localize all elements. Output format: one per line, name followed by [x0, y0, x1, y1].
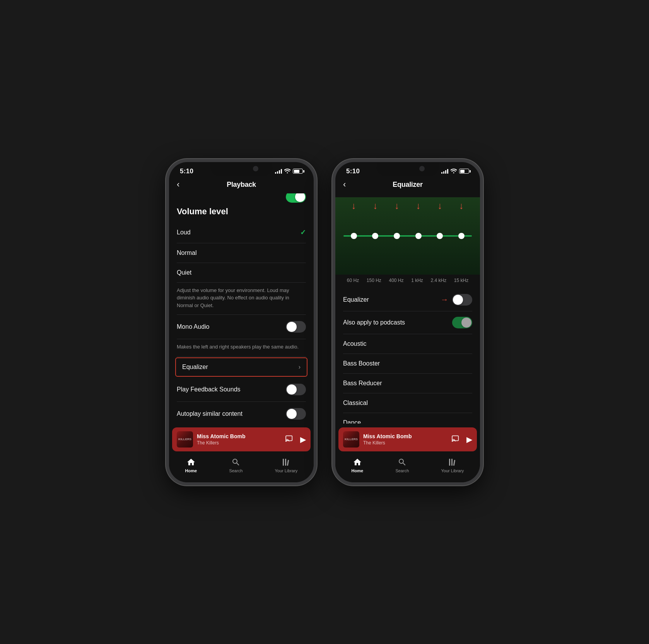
preset-classical[interactable]: Classical [343, 393, 472, 413]
search-label-right: Search [395, 468, 409, 473]
album-art-right: KILLERS [343, 431, 359, 448]
back-button-right[interactable]: ‹ [343, 179, 346, 190]
signal-bar-2 [277, 171, 278, 174]
equalizer-toggle-row: Equalizer → [343, 289, 472, 311]
preset-acoustic-label: Acoustic [343, 340, 366, 347]
now-playing-info-left: Miss Atomic Bomb The Killers [197, 433, 282, 446]
top-toggle[interactable] [286, 193, 306, 203]
cast-icon-left[interactable] [285, 435, 294, 444]
nav-header-left: ‹ Playback [169, 178, 314, 193]
eq-dot-400hz[interactable] [394, 233, 400, 239]
play-icon-left[interactable]: ▶ [300, 435, 306, 444]
preset-bass-reducer-label: Bass Reducer [343, 380, 382, 386]
preset-bass-booster-label: Bass Booster [343, 360, 380, 367]
search-icon-right [398, 458, 407, 467]
equalizer-chevron: › [299, 364, 301, 371]
eq-dot-60hz[interactable] [351, 233, 357, 239]
status-bar-right: 5:10 [335, 162, 480, 178]
now-playing-title-right: Miss Atomic Bomb [363, 433, 448, 439]
library-label-left: Your Library [275, 468, 297, 473]
now-playing-title-left: Miss Atomic Bomb [197, 433, 282, 439]
svg-rect-3 [285, 459, 286, 466]
camera-dot [253, 166, 258, 171]
eq-dot-150hz[interactable] [372, 233, 378, 239]
volume-option-quiet[interactable]: Quiet [177, 263, 306, 283]
eq-dot-1khz[interactable] [415, 233, 422, 239]
nav-header-right: ‹ Equalizer [335, 178, 480, 193]
volume-level-title: Volume level [177, 207, 306, 217]
mono-audio-toggle[interactable] [286, 321, 306, 333]
equalizer-toggle-with-arrow: → [441, 294, 472, 306]
back-button-left[interactable]: ‹ [177, 179, 179, 190]
now-playing-bar-left[interactable]: KILLERS Miss Atomic Bomb The Killers ▶ [172, 427, 311, 451]
search-icon-left [231, 458, 241, 467]
freq-label-15khz: 15 kHz [454, 278, 468, 283]
feedback-sounds-toggle[interactable] [286, 384, 306, 395]
podcasts-toggle[interactable] [452, 317, 472, 328]
autoplay-row: Autoplay similar content [177, 402, 306, 424]
eq-dots-container[interactable] [335, 233, 480, 239]
equalizer-toggle[interactable] [452, 294, 472, 306]
nav-home-left[interactable]: Home [185, 458, 197, 473]
nav-library-right[interactable]: Your Library [441, 458, 464, 473]
equalizer-toggle-label: Equalizer [343, 296, 369, 303]
eq-dot-15khz[interactable] [458, 233, 465, 239]
page-title-left: Playback [227, 181, 256, 189]
home-label-left: Home [185, 468, 197, 473]
library-icon-left [282, 458, 291, 467]
page-title-right: Equalizer [393, 181, 422, 189]
nav-search-left[interactable]: Search [229, 458, 243, 473]
volume-option-loud[interactable]: Loud ✓ [177, 222, 306, 243]
freq-label-1khz: 1 kHz [411, 278, 423, 283]
nav-search-right[interactable]: Search [395, 458, 409, 473]
status-time-right: 5:10 [346, 167, 360, 175]
cast-icon-right[interactable] [452, 435, 460, 444]
signal-bar-1 [275, 172, 276, 174]
equalizer-content: ↓ ↓ ↓ ↓ ↓ ↓ [335, 193, 480, 424]
autoplay-knob [287, 409, 297, 419]
wifi-icon-left [284, 168, 290, 174]
freq-label-400hz: 400 Hz [389, 278, 403, 283]
preset-classical-label: Classical [343, 400, 368, 406]
svg-rect-10 [453, 460, 456, 465]
now-playing-artist-right: The Killers [363, 440, 448, 446]
volume-description: Adjust the volume for your environment. … [177, 283, 306, 315]
mono-audio-label: Mono Audio [177, 323, 210, 330]
preset-bass-booster[interactable]: Bass Booster [343, 354, 472, 374]
freq-label-24khz: 2.4 kHz [430, 278, 446, 283]
signal-bar-r2 [443, 171, 444, 174]
check-icon-loud: ✓ [300, 228, 306, 237]
album-art-left: KILLERS [177, 431, 193, 448]
equalizer-row[interactable]: Equalizer › [175, 357, 307, 377]
eq-dot-24khz[interactable] [437, 233, 443, 239]
podcasts-toggle-knob [461, 318, 471, 328]
preset-acoustic[interactable]: Acoustic [343, 334, 472, 354]
signal-bar-r4 [447, 169, 448, 174]
volume-option-normal[interactable]: Normal [177, 243, 306, 263]
library-label-right: Your Library [441, 468, 464, 473]
top-toggle-area [169, 193, 314, 203]
home-icon-right [353, 458, 362, 467]
now-playing-bar-right[interactable]: KILLERS Miss Atomic Bomb The Killers ▶ [338, 427, 477, 451]
freq-label-150hz: 150 Hz [367, 278, 381, 283]
mono-audio-description: Makes the left and right speakers play t… [177, 339, 306, 357]
volume-quiet-label: Quiet [177, 269, 191, 276]
preset-bass-reducer[interactable]: Bass Reducer [343, 374, 472, 393]
status-time-left: 5:10 [180, 167, 193, 175]
svg-rect-9 [451, 459, 453, 466]
play-icon-right[interactable]: ▶ [466, 435, 472, 444]
bottom-nav-left: Home Search Your Library [169, 454, 314, 482]
battery-icon-right [459, 169, 469, 174]
autoplay-toggle[interactable] [286, 408, 306, 420]
home-label-right: Home [352, 468, 364, 473]
signal-bar-r1 [441, 172, 442, 174]
left-phone: 5:10 [166, 159, 317, 485]
status-icons-left [275, 168, 303, 174]
mono-audio-row: Mono Audio [177, 315, 306, 339]
left-phone-screen: 5:10 [169, 162, 314, 482]
nav-library-left[interactable]: Your Library [275, 458, 297, 473]
preset-dance[interactable]: Dance [343, 413, 472, 424]
signal-bars-right [441, 169, 448, 174]
nav-home-right[interactable]: Home [352, 458, 364, 473]
right-phone-screen: 5:10 [335, 162, 480, 482]
